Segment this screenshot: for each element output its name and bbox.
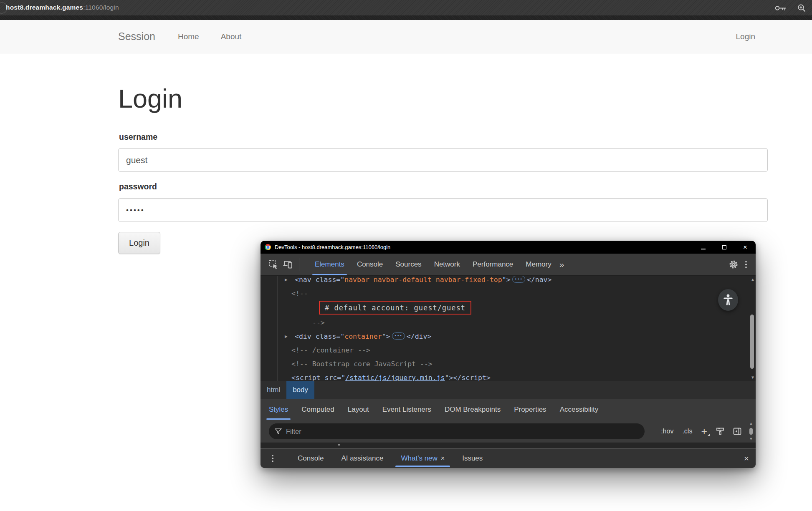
settings-gear-icon[interactable] — [726, 257, 741, 272]
drawer-menu-icon[interactable] — [267, 455, 278, 462]
drawer-tab-issues[interactable]: Issues — [453, 449, 491, 468]
tab-event-listeners[interactable]: Event Listeners — [376, 399, 438, 420]
accessibility-icon[interactable] — [718, 289, 738, 311]
styles-partial-text — [338, 444, 340, 446]
tab-performance[interactable]: Performance — [466, 254, 519, 275]
more-tabs-icon[interactable]: » — [559, 259, 564, 269]
tree-node-script[interactable]: <script src="/static/js/jquery.min.js"><… — [261, 371, 756, 381]
drawer-tab-console[interactable]: Console — [289, 449, 332, 468]
scroll-up-icon[interactable]: ▲ — [751, 277, 754, 282]
tab-network[interactable]: Network — [428, 254, 466, 275]
password-label: password — [119, 182, 157, 191]
scroll-down-icon[interactable]: ▼ — [751, 375, 754, 380]
new-style-rule-button[interactable]: + — [701, 427, 707, 435]
tab-properties[interactable]: Properties — [507, 399, 553, 420]
nav-link-about[interactable]: About — [221, 32, 242, 41]
close-button[interactable]: × — [743, 244, 747, 251]
breadcrumb-body[interactable]: body — [286, 381, 314, 399]
devtools-title: DevTools - host8.dreamhack.games:11060/l… — [275, 244, 701, 250]
username-label: username — [119, 132, 157, 142]
scroll-down-icon[interactable]: ▼ — [749, 437, 753, 441]
devtools-menu-icon[interactable] — [741, 261, 751, 268]
styles-scrollbar[interactable]: ▲ ▼ — [749, 421, 754, 441]
tab-layout[interactable]: Layout — [341, 399, 376, 420]
red-highlight-box: # default account: guest/guest — [319, 301, 471, 315]
navbar-brand[interactable]: Session — [118, 30, 155, 43]
tab-dom-breakpoints[interactable]: DOM Breakpoints — [438, 399, 507, 420]
key-icon[interactable] — [773, 1, 787, 15]
tree-node-comment-close[interactable]: --> — [261, 316, 756, 330]
devtools-titlebar[interactable]: DevTools - host8.dreamhack.games:11060/l… — [261, 241, 756, 254]
hover-state-button[interactable]: :hov — [661, 428, 673, 435]
maximize-button[interactable] — [722, 244, 726, 251]
login-button[interactable]: Login — [118, 232, 160, 254]
devtools-tab-bar: Elements Console Sources Network Perform… — [309, 254, 558, 275]
site-navbar: Session Home About Login — [0, 20, 812, 53]
filter-funnel-icon — [275, 428, 282, 435]
expand-arrow-icon[interactable]: ▶ — [285, 276, 288, 287]
inspect-element-icon[interactable] — [266, 257, 281, 272]
devtools-drawer: Console AI assistance What's new × Issue… — [261, 448, 756, 468]
browser-topbar: host8.dreamhack.games:11060/login — [0, 0, 812, 20]
styles-content-strip — [261, 443, 756, 448]
username-input[interactable] — [118, 148, 768, 172]
ellipsis-button[interactable]: ••• — [392, 332, 405, 340]
breadcrumb-html[interactable]: html — [261, 381, 286, 399]
drawer-tab-whats-new[interactable]: What's new × — [392, 449, 453, 468]
tree-node-container-div[interactable]: ▶<div class="container">•••</div> — [261, 330, 756, 343]
tab-styles[interactable]: Styles — [262, 399, 295, 420]
tree-node-bootstrap-comment[interactable]: <!-- Bootstrap core JavaScript --> — [261, 357, 756, 371]
password-input[interactable] — [118, 198, 768, 222]
nav-link-home[interactable]: Home — [178, 32, 199, 41]
scroll-up-icon[interactable]: ▲ — [749, 421, 753, 425]
script-src-link[interactable]: /static/js/jquery.min.js — [345, 374, 445, 381]
page-title: Login — [118, 83, 182, 113]
ellipsis-button[interactable]: ••• — [512, 276, 525, 283]
zoom-in-icon[interactable] — [794, 1, 809, 15]
tab-computed[interactable]: Computed — [295, 399, 341, 420]
styles-scrollbar-thumb[interactable] — [749, 428, 753, 435]
styles-tab-bar: Styles Computed Layout Event Listeners D… — [261, 399, 756, 420]
expand-arrow-icon[interactable]: ▶ — [285, 330, 288, 343]
tab-memory[interactable]: Memory — [519, 254, 557, 275]
drawer-tab-ai-assistance[interactable]: AI assistance — [332, 449, 392, 468]
tree-node-highlighted-comment[interactable]: # default account: guest/guest — [261, 300, 756, 316]
nav-link-login[interactable]: Login — [736, 32, 756, 41]
device-toolbar-icon[interactable] — [281, 257, 295, 272]
elements-panel: ▶<nav class="navbar navbar-default navba… — [261, 276, 756, 381]
tab-sources[interactable]: Sources — [389, 254, 428, 275]
styles-filter-input[interactable] — [286, 428, 620, 435]
devtools-toolbar: Elements Console Sources Network Perform… — [261, 254, 756, 276]
tree-node-container-comment[interactable]: <!-- /container --> — [261, 343, 756, 357]
brush-icon[interactable] — [716, 427, 724, 435]
filter-pill[interactable] — [269, 423, 645, 439]
tree-node-comment-open[interactable]: <!-- — [261, 287, 756, 300]
minimize-button[interactable] — [701, 244, 706, 251]
devtools-window: DevTools - host8.dreamhack.games:11060/l… — [261, 241, 756, 468]
toggle-sidebar-icon[interactable] — [733, 427, 741, 435]
tree-node-nav[interactable]: ▶<nav class="navbar navbar-default navba… — [261, 276, 756, 287]
tab-accessibility[interactable]: Accessibility — [553, 399, 605, 420]
dom-breadcrumbs: html body — [261, 381, 756, 399]
drawer-close-icon[interactable]: × — [744, 453, 749, 463]
class-toggle-button[interactable]: .cls — [682, 428, 692, 435]
tab-elements[interactable]: Elements — [309, 254, 351, 275]
styles-filter-row: :hov .cls + ▲ ▼ — [261, 420, 756, 443]
url-path: :11060/login — [83, 4, 119, 11]
url-host: host8.dreamhack.games — [6, 4, 83, 11]
chrome-logo-icon — [265, 244, 271, 250]
url-display[interactable]: host8.dreamhack.games:11060/login — [6, 4, 119, 11]
tab-console[interactable]: Console — [351, 254, 389, 275]
close-tab-icon[interactable]: × — [441, 455, 445, 462]
elements-scrollbar-thumb[interactable] — [750, 315, 754, 369]
